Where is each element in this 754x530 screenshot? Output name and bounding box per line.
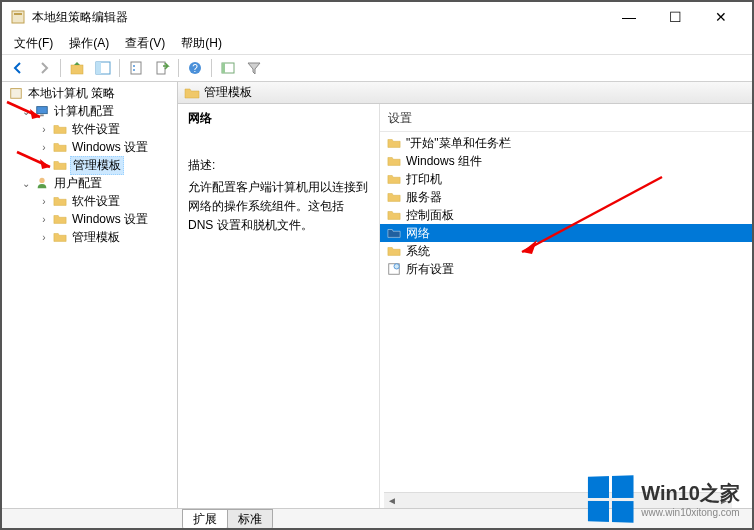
content-header: 管理模板 (178, 82, 752, 104)
description-text: 允许配置客户端计算机用以连接到网络的操作系统组件。这包括 DNS 设置和脱机文件… (188, 178, 369, 236)
filter-button[interactable] (242, 56, 266, 80)
tree-windows-settings[interactable]: › Windows 设置 (2, 210, 177, 228)
main-area: 本地计算机 策略 ⌄ 计算机配置 › 软件设置 › Windows 设置 › 管… (2, 82, 752, 508)
toolbar-separator (60, 59, 61, 77)
expand-icon[interactable]: › (38, 142, 50, 153)
list-item-all-settings[interactable]: 所有设置 (380, 260, 752, 278)
settings-list: 设置 "开始"菜单和任务栏 Windows 组件 打印机 服务器 (380, 104, 752, 508)
svg-point-16 (39, 178, 44, 183)
expand-icon[interactable]: › (38, 196, 50, 207)
svg-text:?: ? (192, 63, 198, 74)
description-column: 网络 描述: 允许配置客户端计算机用以连接到网络的操作系统组件。这包括 DNS … (178, 104, 380, 508)
toolbar-separator (119, 59, 120, 77)
list-item-printers[interactable]: 打印机 (380, 170, 752, 188)
expand-icon[interactable]: › (38, 232, 50, 243)
show-hide-tree-button[interactable] (91, 56, 115, 80)
tree-software-settings[interactable]: › 软件设置 (2, 120, 177, 138)
svg-rect-0 (12, 11, 24, 23)
svg-rect-1 (14, 13, 22, 15)
folder-icon (386, 135, 402, 151)
title-bar: 本地组策略编辑器 — ☐ ✕ (2, 2, 752, 32)
list-item-system[interactable]: 系统 (380, 242, 752, 260)
content-panel: 管理模板 网络 描述: 允许配置客户端计算机用以连接到网络的操作系统组件。这包括… (178, 82, 752, 508)
section-title: 网络 (188, 110, 369, 127)
menu-action[interactable]: 操作(A) (61, 33, 117, 54)
description-label: 描述: (188, 157, 369, 174)
help-button[interactable]: ? (183, 56, 207, 80)
tree-windows-settings[interactable]: › Windows 设置 (2, 138, 177, 156)
collapse-icon[interactable]: ⌄ (20, 178, 32, 189)
svg-rect-13 (11, 89, 22, 99)
watermark-url: www.win10xitong.com (641, 507, 740, 518)
svg-rect-12 (222, 63, 225, 73)
folder-icon (386, 153, 402, 169)
folder-icon (52, 193, 68, 209)
expand-icon[interactable]: › (38, 124, 50, 135)
tab-extended[interactable]: 扩展 (182, 509, 228, 529)
menu-view[interactable]: 查看(V) (117, 33, 173, 54)
svg-point-6 (133, 65, 135, 67)
folder-icon (386, 189, 402, 205)
settings-list-icon (386, 261, 402, 277)
toolbar-separator (211, 59, 212, 77)
folder-icon (386, 243, 402, 259)
list-item-start-menu[interactable]: "开始"菜单和任务栏 (380, 134, 752, 152)
folder-icon (386, 207, 402, 223)
forward-button[interactable] (32, 56, 56, 80)
watermark: Win10之家 www.win10xitong.com (587, 476, 740, 522)
tree-admin-templates[interactable]: › 管理模板 (2, 228, 177, 246)
list-divider (380, 131, 752, 132)
minimize-button[interactable]: — (606, 2, 652, 32)
policy-icon (8, 85, 24, 101)
tree-panel: 本地计算机 策略 ⌄ 计算机配置 › 软件设置 › Windows 设置 › 管… (2, 82, 178, 508)
tab-standard[interactable]: 标准 (227, 509, 273, 529)
footer-divider (2, 528, 752, 529)
tree-computer-config[interactable]: ⌄ 计算机配置 (2, 102, 177, 120)
user-icon (34, 175, 50, 191)
folder-icon (52, 229, 68, 245)
folder-icon (52, 211, 68, 227)
list-item-windows-components[interactable]: Windows 组件 (380, 152, 752, 170)
menu-help[interactable]: 帮助(H) (173, 33, 230, 54)
tree-admin-templates[interactable]: › 管理模板 (2, 156, 177, 174)
folder-icon (52, 139, 68, 155)
svg-rect-8 (157, 62, 165, 74)
svg-rect-4 (96, 62, 101, 74)
tree-root[interactable]: 本地计算机 策略 (2, 84, 177, 102)
app-icon (10, 9, 26, 25)
up-button[interactable] (65, 56, 89, 80)
windows-logo-icon (588, 475, 634, 523)
properties-button[interactable] (124, 56, 148, 80)
svg-rect-15 (40, 115, 44, 117)
window-title: 本地组策略编辑器 (32, 9, 606, 26)
expand-icon[interactable]: › (38, 160, 50, 171)
list-item-servers[interactable]: 服务器 (380, 188, 752, 206)
menu-file[interactable]: 文件(F) (6, 33, 61, 54)
settings-column-header[interactable]: 设置 (380, 108, 752, 129)
menu-bar: 文件(F) 操作(A) 查看(V) 帮助(H) (2, 32, 752, 54)
tree-user-config[interactable]: ⌄ 用户配置 (2, 174, 177, 192)
computer-icon (34, 103, 50, 119)
svg-rect-2 (71, 65, 83, 74)
svg-rect-14 (37, 107, 48, 114)
folder-icon (184, 85, 200, 101)
content-body: 网络 描述: 允许配置客户端计算机用以连接到网络的操作系统组件。这包括 DNS … (178, 104, 752, 508)
toolbar-separator (178, 59, 179, 77)
collapse-icon[interactable]: ⌄ (20, 106, 32, 117)
svg-point-18 (394, 264, 399, 269)
toolbar: ? (2, 54, 752, 82)
export-button[interactable] (150, 56, 174, 80)
folder-icon (52, 121, 68, 137)
list-item-network[interactable]: 网络 (380, 224, 752, 242)
scroll-left-icon[interactable]: ◄ (384, 494, 400, 508)
folder-icon (386, 171, 402, 187)
tree-software-settings[interactable]: › 软件设置 (2, 192, 177, 210)
list-item-control-panel[interactable]: 控制面板 (380, 206, 752, 224)
back-button[interactable] (6, 56, 30, 80)
content-header-title: 管理模板 (204, 84, 252, 101)
svg-point-7 (133, 69, 135, 71)
expand-icon[interactable]: › (38, 214, 50, 225)
maximize-button[interactable]: ☐ (652, 2, 698, 32)
filter-options-button[interactable] (216, 56, 240, 80)
close-button[interactable]: ✕ (698, 2, 744, 32)
